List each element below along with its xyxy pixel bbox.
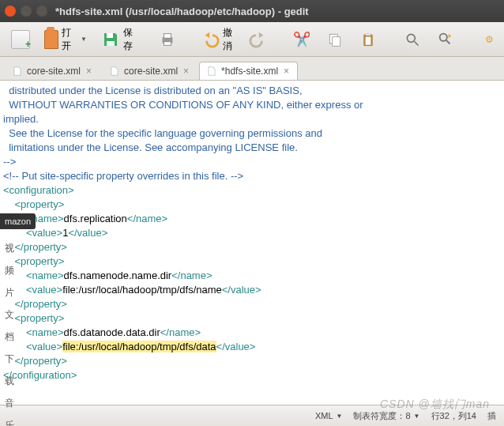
find-replace-icon	[436, 30, 455, 49]
print-icon	[158, 30, 177, 49]
svg-line-13	[446, 40, 450, 43]
tabwidth-label: 制表符宽度：8	[353, 410, 410, 422]
window-titlebar: *hdfs-site.xml (/usr/local/hadoop/etc/ha…	[0, 0, 504, 22]
tab-label: *hdfs-site.xml	[221, 66, 278, 77]
window-minimize-button[interactable]	[21, 6, 32, 17]
desktop-label-fragment: 片	[0, 281, 14, 303]
folder-open-icon	[44, 30, 58, 49]
desktop-labels-fragment: 视频片文档下载音乐回收云盘bun简	[0, 237, 14, 426]
syntax-label: XML	[315, 411, 333, 420]
open-label: 打开	[62, 26, 76, 53]
tab-close-button[interactable]: ×	[182, 66, 190, 77]
window-title: *hdfs-site.xml (/usr/local/hadoop/etc/ha…	[55, 6, 309, 17]
undo-icon	[202, 30, 220, 49]
tab-width-selector[interactable]: 制表符宽度：8 ▼	[353, 410, 419, 422]
paste-icon	[359, 30, 378, 49]
svg-rect-9	[366, 36, 371, 44]
search-icon	[403, 30, 422, 49]
dropdown-icon: ▼	[337, 413, 343, 420]
file-icon	[109, 66, 120, 77]
svg-rect-3	[164, 33, 171, 38]
dropdown-icon: ▼	[81, 36, 87, 43]
tab-label: core-site.xml	[124, 66, 178, 77]
save-button[interactable]: 保存	[96, 23, 137, 56]
find-button[interactable]	[398, 27, 427, 52]
file-tab[interactable]: *hdfs-site.xml×	[199, 62, 298, 80]
redo-icon	[248, 30, 267, 49]
tab-close-button[interactable]: ×	[282, 66, 291, 77]
gear-icon: ⚙	[480, 30, 499, 49]
open-button[interactable]: 打开 ▼	[39, 23, 92, 56]
new-file-button[interactable]	[6, 27, 35, 52]
paste-button[interactable]	[354, 27, 382, 52]
tab-close-button[interactable]: ×	[85, 66, 93, 77]
svg-rect-0	[107, 33, 113, 38]
file-tab[interactable]: core-site.xml×	[102, 62, 197, 80]
status-bar: XML ▼ 制表符宽度：8 ▼ 行32，列14 插	[0, 405, 504, 426]
copy-icon	[325, 30, 344, 49]
syntax-selector[interactable]: XML ▼	[315, 411, 343, 420]
settings-button[interactable]: ⚙	[476, 27, 504, 52]
new-file-icon	[11, 30, 30, 49]
window-close-button[interactable]	[5, 6, 16, 17]
tab-bar: core-site.xml×core-site.xml×*hdfs-site.x…	[0, 57, 504, 81]
svg-point-10	[407, 34, 415, 42]
desktop-label-fragment: 音乐	[0, 392, 14, 426]
desktop-label-fragment: 视频	[0, 237, 14, 281]
svg-line-11	[414, 41, 418, 45]
print-button[interactable]	[153, 27, 182, 52]
save-icon	[101, 30, 120, 49]
svg-rect-4	[164, 41, 171, 45]
find-replace-button[interactable]	[431, 27, 460, 52]
file-tab[interactable]: core-site.xml×	[5, 62, 100, 80]
insert-mode-indicator[interactable]: 插	[487, 410, 496, 422]
undo-button[interactable]: 撤消	[197, 23, 239, 56]
window-maximize-button[interactable]	[36, 6, 47, 17]
main-toolbar: 打开 ▼ 保存 撤消 ✂️	[0, 22, 504, 57]
desktop-label-fragment: 下载	[0, 348, 14, 392]
svg-point-12	[440, 33, 447, 40]
svg-rect-6	[333, 36, 340, 46]
scissors-icon: ✂️	[292, 30, 311, 49]
cut-button[interactable]: ✂️	[288, 27, 316, 52]
redo-button[interactable]	[243, 27, 272, 52]
file-icon	[206, 66, 217, 77]
tab-label: core-site.xml	[27, 66, 81, 77]
editor-area[interactable]: distributed under the License is distrib…	[0, 81, 504, 405]
copy-button[interactable]	[321, 27, 349, 52]
line-col-indicator: 行32，列14	[431, 410, 476, 422]
undo-label: 撤消	[223, 26, 234, 53]
save-label: 保存	[123, 26, 133, 53]
desktop-label-fragment: 文档	[0, 303, 14, 348]
insert-mode-text: 插	[487, 410, 496, 422]
tooltip-fragment: mazon	[0, 213, 36, 229]
linecol-text: 行32，列14	[431, 410, 476, 422]
svg-rect-8	[366, 32, 371, 35]
svg-rect-1	[107, 41, 115, 46]
file-icon	[12, 66, 23, 77]
dropdown-icon: ▼	[414, 413, 420, 420]
